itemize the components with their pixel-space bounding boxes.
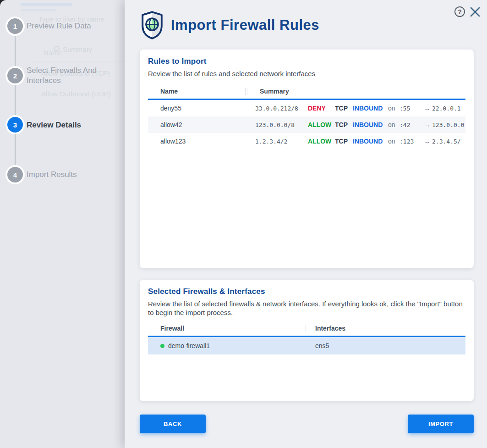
rule-source: 33.0.0.212/8 <box>255 105 306 112</box>
rule-protocol-badge: TCP <box>335 138 350 145</box>
step-2-circle[interactable]: 2 <box>7 68 23 83</box>
status-online-dot <box>160 344 164 348</box>
firewall-name-cell: demo-firewall1 <box>148 342 306 349</box>
rule-name: deny55 <box>148 105 247 112</box>
rule-summary: 33.0.0.212/8 DENY TCP INBOUND on :55 → 2… <box>247 105 465 112</box>
rule-action-badge: ALLOW <box>308 121 333 128</box>
firewall-name: demo-firewall1 <box>168 342 210 349</box>
rule-summary: 1.2.3.4/2 ALLOW TCP INBOUND on :123 → 2.… <box>247 138 465 145</box>
firewalls-card-title: Selected Firewalls & Interfaces <box>148 287 465 296</box>
ghost-divider <box>32 61 125 61</box>
arrow-icon: → <box>424 138 432 145</box>
rule-port: :42 <box>399 122 421 128</box>
rule-name: allow123 <box>148 138 247 145</box>
rule-source: 1.2.3.4/2 <box>255 138 306 145</box>
selected-firewalls-card: Selected Firewalls & Interfaces Review t… <box>140 280 474 401</box>
rule-name: allow42 <box>148 121 247 128</box>
rules-to-import-card: Rules to Import Review the list of rules… <box>140 50 474 268</box>
firewalls-card-subtitle: Review the list of selected firewalls & … <box>148 299 464 317</box>
shield-globe-icon <box>140 10 164 40</box>
dialog-header: Import Firewall Rules <box>140 10 319 40</box>
rule-port: :55 <box>399 105 421 112</box>
rule-direction-badge: INBOUND <box>353 105 386 112</box>
rule-on-word: on <box>388 121 397 128</box>
column-resize-handle[interactable] <box>304 325 306 332</box>
step-4-circle[interactable]: 4 <box>7 167 23 183</box>
rule-on-word: on <box>388 138 397 145</box>
firewalls-table: Firewall Interfaces demo-firewall1 ens5 <box>148 324 465 354</box>
back-button[interactable]: BACK <box>140 415 206 433</box>
column-resize-handle[interactable] <box>245 88 247 95</box>
step-3-circle[interactable]: 3 <box>7 117 23 133</box>
dialog-title: Import Firewall Rules <box>171 17 319 33</box>
rule-destination: 123.0.0.0 <box>432 122 465 128</box>
rule-destination: 2.3.4.5/ <box>432 138 465 145</box>
ghost-summary-label: Summary <box>63 45 92 53</box>
ghost-name-header: Name <box>44 49 62 56</box>
import-button[interactable]: IMPORT <box>408 415 474 433</box>
rule-action-badge: DENY <box>308 105 333 112</box>
rule-protocol-badge: TCP <box>335 105 350 112</box>
step-2-label[interactable]: Select Firewalls And Interfaces <box>27 66 104 86</box>
stepper-connector <box>15 26 16 176</box>
rule-destination: 22.0.0.1 <box>432 105 465 112</box>
rules-card-subtitle: Review the list of rules and selected ne… <box>148 69 464 78</box>
arrow-icon: → <box>424 121 432 128</box>
firewalls-table-header: Firewall Interfaces <box>148 324 465 337</box>
ghost-subtitle-bar <box>21 9 56 11</box>
step-1-label[interactable]: Preview Rule Data <box>27 21 111 31</box>
rules-table: Name Summary deny55 33.0.0.212/8 DENY TC… <box>148 87 465 149</box>
rule-direction-badge: INBOUND <box>353 138 386 145</box>
rule-protocol-badge: TCP <box>335 121 350 128</box>
rule-action-badge: ALLOW <box>308 138 333 145</box>
rule-source: 123.0.0.0/8 <box>255 122 306 128</box>
rule-on-word: on <box>388 105 397 112</box>
rules-card-title: Rules to Import <box>148 57 465 66</box>
step-4-label[interactable]: Import Results <box>27 170 111 180</box>
arrow-icon: → <box>424 105 432 112</box>
table-row[interactable]: allow123 1.2.3.4/2 ALLOW TCP INBOUND on … <box>148 133 465 149</box>
rule-port: :123 <box>399 138 421 145</box>
column-header-interfaces: Interfaces <box>306 325 345 336</box>
close-icon[interactable] <box>470 6 481 17</box>
help-icon[interactable]: ? <box>454 6 465 17</box>
column-header-summary: Summary <box>247 88 289 99</box>
firewall-interfaces: ens5 <box>306 342 465 349</box>
rule-direction-badge: INBOUND <box>353 121 386 128</box>
table-row[interactable]: deny55 33.0.0.212/8 DENY TCP INBOUND on … <box>148 100 465 116</box>
rule-summary: 123.0.0.0/8 ALLOW TCP INBOUND on :42 → 1… <box>247 121 465 128</box>
table-row[interactable]: allow42 123.0.0.0/8 ALLOW TCP INBOUND on… <box>148 116 465 133</box>
column-header-name: Name <box>148 88 247 99</box>
import-firewall-rules-dialog: Import Firewall Rules ? Rules to Import … <box>125 0 487 448</box>
column-header-firewall: Firewall <box>148 325 306 336</box>
step-1-circle[interactable]: 1 <box>7 18 23 34</box>
ghost-rule-udp: Allow Outbound (UDP) <box>41 90 111 98</box>
step-3-label[interactable]: Review Details <box>27 120 127 130</box>
rules-table-header: Name Summary <box>148 87 465 100</box>
ghost-title-bar <box>21 3 72 6</box>
firewall-row-selected[interactable]: demo-firewall1 ens5 <box>148 337 465 354</box>
